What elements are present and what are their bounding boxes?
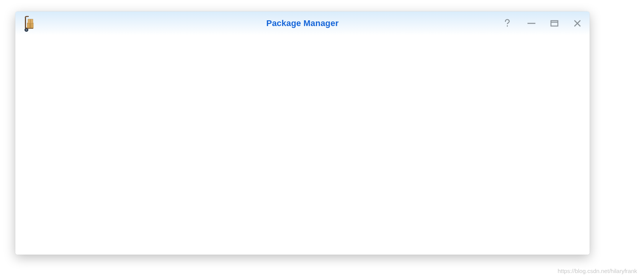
window-controls <box>503 18 583 29</box>
window-content <box>15 35 590 255</box>
svg-rect-5 <box>29 23 31 28</box>
maximize-button[interactable] <box>549 18 560 29</box>
titlebar[interactable]: Package Manager <box>15 11 590 35</box>
package-manager-icon <box>22 14 41 33</box>
watermark: https://blog.csdn.net/hilaryfrank <box>557 268 637 274</box>
svg-rect-0 <box>25 18 26 28</box>
svg-point-2 <box>26 29 27 31</box>
svg-rect-10 <box>551 21 558 26</box>
package-manager-window: Package Manager <box>15 11 590 255</box>
help-button[interactable] <box>503 18 514 29</box>
close-button[interactable] <box>572 18 583 29</box>
svg-rect-7 <box>30 19 31 23</box>
minimize-button[interactable] <box>526 18 537 29</box>
window-title: Package Manager <box>266 18 339 28</box>
